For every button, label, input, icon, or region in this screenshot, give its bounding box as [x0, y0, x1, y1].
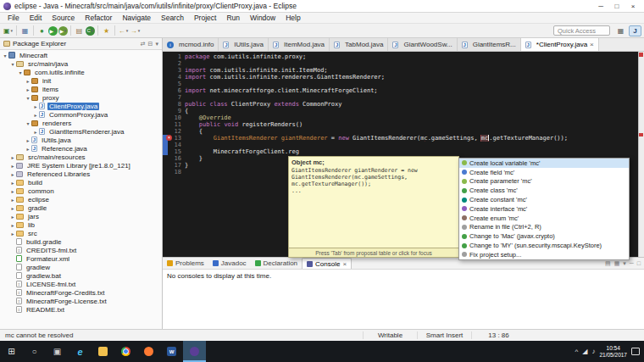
tree-item[interactable]: renderers [0, 119, 162, 127]
new-java-project-button[interactable]: ▤ [74, 25, 85, 36]
tree-item[interactable]: gradlew [0, 263, 162, 271]
quick-access-input[interactable]: Quick Access [553, 25, 610, 36]
expander-icon[interactable] [2, 53, 8, 58]
cortana-search-button[interactable]: ○ [23, 341, 46, 362]
expander-icon[interactable] [32, 103, 39, 109]
minimize-button[interactable]: ─ [593, 1, 608, 11]
word-icon[interactable]: W [160, 341, 183, 362]
close-tab-icon[interactable] [590, 42, 594, 48]
tree-item[interactable]: src [0, 229, 162, 237]
console-tab[interactable]: Problems [163, 258, 208, 269]
tree-item[interactable]: CommonProxy.java [0, 110, 162, 119]
proposal-item[interactable]: Create local variable 'mc' [459, 159, 629, 168]
expander-icon[interactable] [9, 180, 16, 186]
run-button[interactable]: ▶ [48, 26, 58, 36]
menu-item[interactable]: Edit [25, 14, 47, 22]
task-view-button[interactable]: ▣ [46, 341, 69, 362]
new-wizard-button[interactable]: ▣ [3, 25, 14, 36]
expander-icon[interactable] [25, 86, 31, 92]
debug-button[interactable]: ● [36, 25, 47, 36]
tree-item[interactable]: src/main/java [0, 59, 162, 68]
java-perspective-button[interactable]: J [629, 25, 641, 36]
tree-item[interactable]: com.iutils.infinite [0, 68, 162, 76]
expander-icon[interactable] [9, 214, 16, 220]
tree-item[interactable]: MinecraftForge-License.txt [0, 297, 162, 305]
tree-item[interactable]: Referenced Libraries [0, 170, 162, 178]
expander-icon[interactable] [32, 129, 39, 135]
open-console-button[interactable]: ▤ [605, 260, 611, 267]
open-perspective-button[interactable]: ▦ [614, 25, 627, 36]
editor-tab[interactable]: IUtils.java [219, 38, 269, 51]
expander-icon[interactable] [9, 231, 16, 237]
code-line[interactable]: 4 import com.iutils.infinite.renderers.G… [163, 74, 644, 81]
tree-item[interactable]: ClientProxy.java [0, 102, 162, 110]
chrome-icon[interactable] [114, 341, 137, 362]
forward-button[interactable]: → [130, 25, 141, 36]
editor-tab[interactable]: ItemMod.java [269, 38, 330, 51]
collapse-all-icon[interactable]: ⊟ [148, 41, 153, 47]
tree-item[interactable]: init [0, 76, 162, 85]
code-line[interactable]: 1 package com.iutils.infinite.proxy; [163, 53, 644, 60]
tree-item[interactable]: src/main/resources [0, 153, 162, 161]
maximize-button[interactable]: □ [609, 1, 625, 11]
code-line[interactable]: 10 @Override [163, 114, 644, 121]
back-button[interactable]: ← [118, 25, 129, 36]
volume-icon[interactable]: ♪ [591, 348, 595, 355]
console-tab[interactable]: Javadoc [208, 258, 251, 269]
code-line[interactable]: 6 import net.minecraftforge.client.Minec… [163, 87, 644, 94]
expander-icon[interactable] [9, 163, 16, 169]
proposal-item[interactable]: Rename in file (Ctrl+2, R) [459, 223, 629, 232]
code-line[interactable]: 12 { [163, 128, 644, 135]
tree-item[interactable]: common [0, 187, 162, 195]
toolbar-icon[interactable] [114, 25, 115, 36]
toolbar-icon[interactable] [33, 25, 34, 36]
code-line[interactable]: 14 [163, 142, 644, 148]
tree-item[interactable]: MinecraftForge-Credits.txt [0, 288, 162, 297]
tree-item[interactable]: gradlew.bat [0, 271, 162, 280]
tree-item[interactable]: lib [0, 220, 162, 229]
menu-item[interactable]: Project [189, 14, 221, 22]
hidden-icons-button[interactable]: ^ [575, 348, 579, 355]
editor-tab[interactable]: GiantItemsR... [458, 38, 521, 51]
proposal-item[interactable]: Change to 'Mac' (javax.crypto) [459, 231, 629, 241]
code-line[interactable]: 9 { [163, 108, 644, 114]
eclipse-icon[interactable] [183, 341, 206, 362]
maximize-panel-button[interactable]: □ [637, 260, 641, 266]
menu-item[interactable]: Window [245, 14, 280, 22]
close-tab-icon[interactable] [342, 260, 347, 268]
expander-icon[interactable] [9, 205, 16, 211]
expander-icon[interactable] [25, 120, 31, 126]
network-icon[interactable]: ◢ [582, 348, 587, 355]
code-line[interactable]: 15 MinecraftForgeClient.reg [163, 148, 644, 155]
tree-item[interactable]: JRE System Library [jre1.8.0_121] [0, 161, 162, 170]
tree-item[interactable]: build.gradle [0, 237, 162, 246]
save-button[interactable]: ▦ [19, 25, 31, 36]
menu-item[interactable]: Help [280, 14, 305, 22]
titlebar[interactable]: eclipse - Java - Minecraft/src/main/java… [0, 0, 644, 13]
proposal-item[interactable]: Create field 'mc' [459, 168, 629, 177]
code-line[interactable]: 2 [163, 60, 644, 67]
proposal-item[interactable]: Fix project setup... [459, 250, 629, 259]
tree-item[interactable]: CREDITS-fml.txt [0, 246, 162, 254]
editor-tab[interactable]: *ClientProxy.java [521, 38, 599, 51]
editor-tab[interactable]: GiantWoodSw... [388, 38, 457, 51]
expander-icon[interactable] [17, 70, 24, 75]
expander-icon[interactable] [25, 78, 31, 84]
external-tools-button[interactable]: ▶ [58, 26, 68, 36]
package-explorer-header[interactable]: Package Explorer ⇄⊟▾ [0, 38, 162, 50]
overview-ruler[interactable] [638, 52, 644, 257]
tree-item[interactable]: eclipse [0, 195, 162, 203]
menu-item[interactable]: File [3, 14, 25, 22]
proposal-item[interactable]: Create parameter 'mc' [459, 177, 629, 187]
code-line[interactable]: 11 public void registerRenders() [163, 121, 644, 128]
toolbar-icon[interactable] [97, 25, 98, 36]
pin-console-button[interactable]: ▦ [614, 260, 620, 267]
action-center-button[interactable] [631, 348, 640, 355]
tree-item[interactable]: build [0, 178, 162, 187]
expander-icon[interactable] [25, 146, 31, 152]
tree-item[interactable]: LICENSE-fml.txt [0, 280, 162, 288]
menu-item[interactable]: Refactor [80, 14, 117, 22]
view-menu-icon[interactable]: ▾ [155, 41, 158, 47]
start-button[interactable]: ⊞ [0, 341, 23, 362]
tree-item[interactable]: jars [0, 212, 162, 220]
